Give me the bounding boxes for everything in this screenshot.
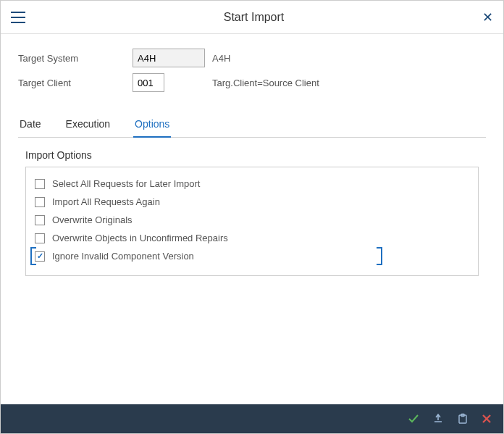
checkbox-import-all-again[interactable] — [35, 197, 45, 207]
import-options-box: Select All Requests for Later Import Imp… — [25, 167, 479, 276]
option-label: Select All Requests for Later Import — [52, 178, 200, 189]
target-client-label: Target Client — [18, 78, 133, 88]
close-icon[interactable]: ✕ — [482, 11, 493, 24]
confirm-icon[interactable] — [408, 413, 419, 425]
focus-indicator — [377, 255, 382, 265]
checkbox-ignore-invalid-version[interactable] — [35, 251, 45, 262]
target-client-desc: Targ.Client=Source Client — [212, 78, 319, 88]
focus-indicator — [30, 255, 36, 265]
target-system-desc: A4H — [212, 53, 230, 64]
target-client-input[interactable] — [133, 73, 164, 92]
dialog-footer — [1, 404, 503, 433]
field-target-client: Target Client Targ.Client=Source Client — [18, 73, 486, 92]
section-title: Import Options — [25, 149, 479, 161]
option-label: Overwrite Originals — [52, 214, 133, 225]
tab-execution[interactable]: Execution — [64, 112, 112, 137]
option-import-all-again: Import All Requests Again — [35, 193, 469, 211]
option-ignore-invalid-version: Ignore Invalid Component Version — [35, 247, 469, 265]
menu-icon[interactable] — [11, 12, 25, 23]
dialog-content: Target System A4H Target Client Targ.Cli… — [1, 34, 503, 276]
tab-options[interactable]: Options — [133, 112, 171, 137]
option-overwrite-originals: Overwrite Originals — [35, 211, 469, 229]
tab-date[interactable]: Date — [18, 112, 43, 137]
inspect-icon[interactable] — [432, 413, 444, 425]
checkbox-overwrite-unconfirmed[interactable] — [35, 233, 45, 243]
target-system-input[interactable] — [133, 49, 205, 67]
option-select-all-requests: Select All Requests for Later Import — [35, 175, 469, 193]
dialog-title: Start Import — [25, 11, 482, 24]
checkbox-select-all-requests[interactable] — [35, 179, 45, 189]
option-label: Ignore Invalid Component Version — [52, 251, 194, 262]
target-system-label: Target System — [18, 53, 133, 64]
option-label: Import All Requests Again — [52, 196, 160, 207]
option-overwrite-unconfirmed: Overwrite Objects in Unconfirmed Repairs — [35, 229, 469, 247]
tabs: Date Execution Options — [18, 112, 486, 138]
cancel-icon[interactable] — [482, 414, 492, 424]
checkbox-overwrite-originals[interactable] — [35, 215, 45, 225]
clipboard-icon[interactable] — [457, 413, 469, 425]
option-label: Overwrite Objects in Unconfirmed Repairs — [52, 233, 228, 243]
field-target-system: Target System A4H — [18, 49, 486, 67]
dialog-header: Start Import ✕ — [1, 1, 503, 34]
